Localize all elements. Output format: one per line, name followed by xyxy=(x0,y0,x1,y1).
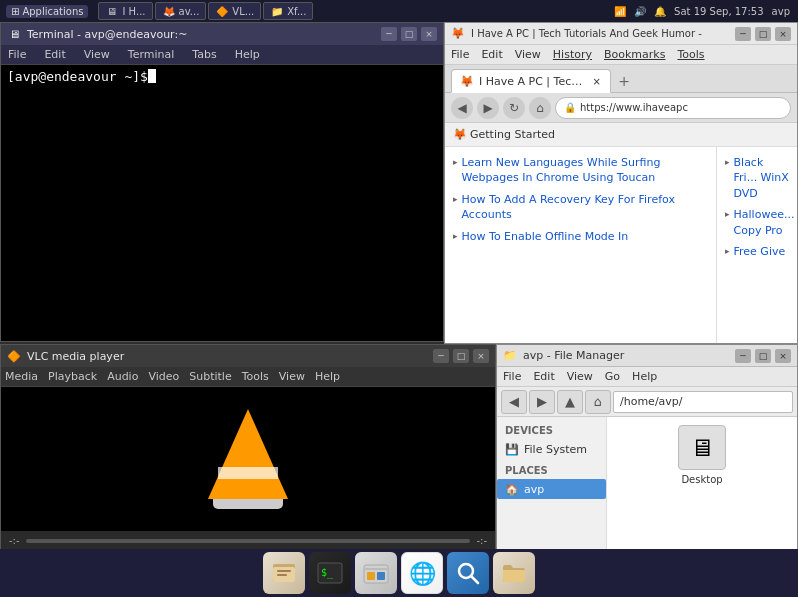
svg-line-11 xyxy=(471,576,478,583)
vlc-menu-audio[interactable]: Audio xyxy=(107,370,138,383)
fm-home-btn[interactable]: ⌂ xyxy=(585,390,611,414)
cone-base xyxy=(213,499,283,509)
ff-url-bar[interactable]: 🔒 https://www.ihaveapc xyxy=(555,97,791,119)
fm-menu-help[interactable]: Help xyxy=(632,370,657,383)
firefox-tab-active[interactable]: 🦊 I Have A PC | Tech Tutor... × xyxy=(451,69,611,93)
vlc-close-btn[interactable]: × xyxy=(473,349,489,363)
vlc-menu-tools[interactable]: Tools xyxy=(242,370,269,383)
fm-desktop-icon[interactable]: 🖥 Desktop xyxy=(672,425,732,485)
fm-menu-edit[interactable]: Edit xyxy=(533,370,554,383)
terminal-menu-file[interactable]: File xyxy=(5,48,29,61)
ff-menu-view[interactable]: View xyxy=(515,48,541,61)
ff-menu-history[interactable]: History xyxy=(553,48,592,61)
taskbar-app-xfce[interactable]: 📁 Xf... xyxy=(263,2,313,20)
ff-link-r2[interactable]: Hallowee... Copy Pro xyxy=(725,207,789,238)
dock-search-icon[interactable] xyxy=(447,552,489,594)
vlc-maximize-btn[interactable]: □ xyxy=(453,349,469,363)
fm-toolbar: ◀ ▶ ▲ ⌂ /home/avp/ xyxy=(497,387,797,417)
dock-files-icon[interactable] xyxy=(263,552,305,594)
ff-link-2[interactable]: How To Add A Recovery Key For Firefox Ac… xyxy=(453,192,708,223)
fm-back-btn[interactable]: ◀ xyxy=(501,390,527,414)
ff-back-btn[interactable]: ◀ xyxy=(451,97,473,119)
fm-path-bar[interactable]: /home/avp/ xyxy=(613,391,793,413)
fm-menu-view[interactable]: View xyxy=(567,370,593,383)
cone-stripe xyxy=(218,467,278,479)
fm-home-icon: 🏠 xyxy=(505,482,519,496)
vlc-time-current: -:- xyxy=(9,535,20,546)
terminal-menu-help[interactable]: Help xyxy=(232,48,263,61)
fm-close-btn[interactable]: × xyxy=(775,349,791,363)
tray-notifications-icon[interactable]: 🔔 xyxy=(654,6,666,17)
ff-menu-bookmarks[interactable]: Bookmarks xyxy=(604,48,665,61)
fm-menu-go[interactable]: Go xyxy=(605,370,620,383)
taskbar-top: ⊞ Applications 🖥 I H... 🦊 av... 🔶 VL... … xyxy=(0,0,798,22)
fm-forward-btn[interactable]: ▶ xyxy=(529,390,555,414)
vlc-seekbar[interactable] xyxy=(26,539,471,543)
taskbar-app-firefox[interactable]: 🦊 av... xyxy=(155,2,207,20)
taskbar-app-terminal[interactable]: 🖥 I H... xyxy=(98,2,152,20)
vlc-title: VLC media player xyxy=(27,350,433,363)
cone-body xyxy=(208,409,288,499)
ff-bookmarks-bar: 🦊 Getting Started xyxy=(445,123,797,147)
terminal-taskbar-icon: 🖥 xyxy=(105,4,119,18)
vlc-cone xyxy=(208,409,288,509)
terminal-maximize-btn[interactable]: □ xyxy=(401,27,417,41)
ff-secure-icon: 🔒 xyxy=(564,102,576,113)
vlc-menu-video[interactable]: Video xyxy=(148,370,179,383)
ff-menu-tools[interactable]: Tools xyxy=(677,48,704,61)
vlc-menu-subtitle[interactable]: Subtitle xyxy=(189,370,231,383)
fm-up-btn[interactable]: ▲ xyxy=(557,390,583,414)
ff-link-2-text: How To Add A Recovery Key For Firefox Ac… xyxy=(462,192,708,223)
vlc-menu-media[interactable]: Media xyxy=(5,370,38,383)
fm-sidebar-home[interactable]: 🏠 avp xyxy=(497,479,606,499)
ff-tab-close-btn[interactable]: × xyxy=(591,74,602,88)
ff-home-btn[interactable]: ⌂ xyxy=(529,97,551,119)
fm-minimize-btn[interactable]: ─ xyxy=(735,349,751,363)
fm-path-text: /home/avp/ xyxy=(620,395,683,408)
ff-links-left: Learn New Languages While Surfing Webpag… xyxy=(445,147,717,343)
dock-browser-icon[interactable]: 🌐 xyxy=(401,552,443,594)
firefox-close-btn[interactable]: × xyxy=(775,27,791,41)
terminal-menu-terminal[interactable]: Terminal xyxy=(125,48,178,61)
system-tray: 📶 🔊 🔔 Sat 19 Sep, 17:53 avp xyxy=(606,6,798,17)
terminal-title-icon: 🖥 xyxy=(7,27,21,41)
ff-link-3[interactable]: How To Enable Offline Mode In xyxy=(453,229,708,244)
firefox-minimize-btn[interactable]: ─ xyxy=(735,27,751,41)
ff-forward-btn[interactable]: ▶ xyxy=(477,97,499,119)
vlc-menu-help[interactable]: Help xyxy=(315,370,340,383)
terminal-window: 🖥 Terminal - avp@endeavour:~ ─ □ × File … xyxy=(0,22,444,342)
terminal-menu-view[interactable]: View xyxy=(81,48,113,61)
taskbar-app-vlc[interactable]: 🔶 VL... xyxy=(208,2,261,20)
ff-link-1[interactable]: Learn New Languages While Surfing Webpag… xyxy=(453,155,708,186)
terminal-content[interactable]: [avp@endeavour ~]$ xyxy=(1,65,443,341)
vlc-video-area[interactable] xyxy=(1,387,495,531)
ff-menu-edit[interactable]: Edit xyxy=(481,48,502,61)
terminal-menu-tabs[interactable]: Tabs xyxy=(189,48,219,61)
vlc-minimize-btn[interactable]: ─ xyxy=(433,349,449,363)
ff-link-r1[interactable]: Black Fri... WinX DVD xyxy=(725,155,789,201)
ff-new-tab-btn[interactable]: + xyxy=(613,70,635,92)
ff-url-text: https://www.ihaveapc xyxy=(580,102,688,113)
fm-menu-file[interactable]: File xyxy=(503,370,521,383)
applications-menu[interactable]: ⊞ Applications xyxy=(6,5,88,18)
ff-menu-file[interactable]: File xyxy=(451,48,469,61)
dock-filemanager-icon[interactable] xyxy=(355,552,397,594)
terminal-minimize-btn[interactable]: ─ xyxy=(381,27,397,41)
terminal-close-btn[interactable]: × xyxy=(421,27,437,41)
vlc-menu-view[interactable]: View xyxy=(279,370,305,383)
fm-maximize-btn[interactable]: □ xyxy=(755,349,771,363)
ff-link-r3[interactable]: Free Give xyxy=(725,244,789,259)
fm-desktop-img: 🖥 xyxy=(678,425,726,470)
svg-rect-2 xyxy=(277,570,291,572)
tray-volume-icon[interactable]: 🔊 xyxy=(634,6,646,17)
firefox-maximize-btn[interactable]: □ xyxy=(755,27,771,41)
dock-terminal-icon[interactable]: $_ xyxy=(309,552,351,594)
ff-link-r2-text: Hallowee... Copy Pro xyxy=(734,207,795,238)
dock-folder-icon[interactable] xyxy=(493,552,535,594)
fm-sidebar-filesystem[interactable]: 💾 File System xyxy=(497,439,606,459)
terminal-menu-edit[interactable]: Edit xyxy=(41,48,68,61)
ff-bookmark-getting-started[interactable]: 🦊 Getting Started xyxy=(453,128,555,141)
ff-reload-btn[interactable]: ↻ xyxy=(503,97,525,119)
tray-network-icon[interactable]: 📶 xyxy=(614,6,626,17)
vlc-menu-playback[interactable]: Playback xyxy=(48,370,97,383)
